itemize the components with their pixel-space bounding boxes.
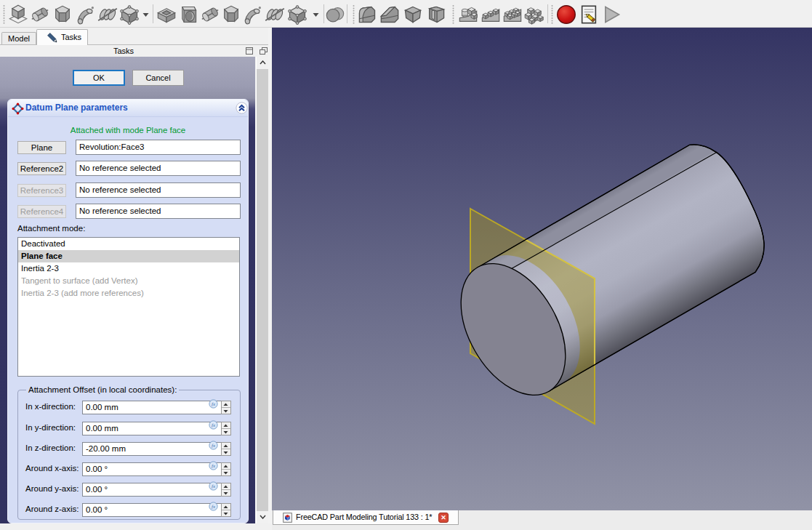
svg-text:fx: fx [212, 443, 216, 449]
svg-text:fx: fx [212, 401, 216, 407]
svg-text:fx: fx [212, 463, 216, 469]
svg-text:fx: fx [212, 504, 216, 510]
svg-text:fx: fx [212, 483, 216, 489]
svg-text:fx: fx [212, 422, 216, 428]
